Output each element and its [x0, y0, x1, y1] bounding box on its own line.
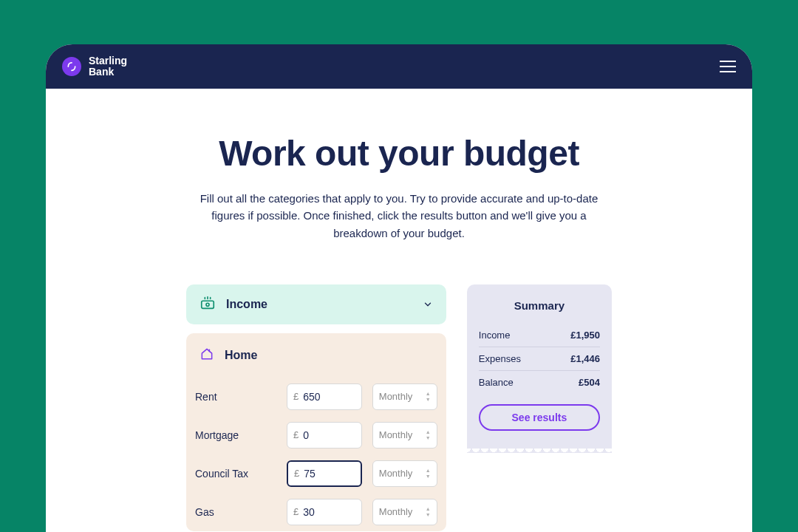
frequency-select[interactable]: Monthly▲▼	[372, 383, 437, 410]
frequency-value: Monthly	[379, 468, 413, 479]
expense-row: Council Tax£Monthly▲▼	[195, 454, 437, 493]
home-category: Home Rent£Monthly▲▼Mortgage£Monthly▲▼Cou…	[186, 333, 446, 531]
summary-expenses-value: £1,446	[570, 353, 600, 364]
summary-balance-label: Balance	[479, 377, 514, 388]
currency-symbol: £	[294, 468, 299, 479]
summary-column: Summary Income £1,950 Expenses £1,446 Ba…	[467, 284, 612, 531]
expense-label: Rent	[195, 391, 276, 403]
svg-point-1	[206, 303, 209, 306]
columns: Income	[186, 284, 612, 531]
frequency-select[interactable]: Monthly▲▼	[372, 422, 437, 449]
summary-expenses-row: Expenses £1,446	[479, 347, 600, 371]
home-icon	[200, 347, 214, 364]
frequency-value: Monthly	[379, 506, 413, 517]
updown-icon: ▲▼	[426, 391, 431, 402]
summary-title: Summary	[479, 299, 600, 312]
amount-input[interactable]	[303, 506, 355, 518]
content-area: Work out your budget Fill out all the ca…	[46, 89, 752, 531]
brand[interactable]: Starling Bank	[62, 55, 127, 77]
currency-symbol: £	[293, 506, 299, 517]
home-category-header[interactable]: Home	[195, 342, 437, 378]
page-title: Work out your budget	[186, 133, 612, 174]
income-icon	[200, 295, 216, 314]
currency-symbol: £	[293, 429, 299, 440]
see-results-button[interactable]: See results	[479, 404, 600, 431]
topbar: Starling Bank	[46, 44, 752, 89]
frequency-select[interactable]: Monthly▲▼	[372, 460, 437, 487]
amount-input-wrapper[interactable]: £	[287, 383, 362, 410]
summary-expenses-label: Expenses	[479, 353, 521, 364]
categories-column: Income	[186, 284, 446, 531]
brand-logo-icon	[62, 57, 81, 76]
income-label: Income	[226, 298, 267, 311]
summary-balance-value: £504	[579, 377, 600, 388]
summary-card: Summary Income £1,950 Expenses £1,446 Ba…	[467, 284, 612, 446]
brand-name: Starling Bank	[89, 55, 127, 77]
updown-icon: ▲▼	[426, 429, 431, 440]
hamburger-icon	[720, 61, 736, 62]
receipt-edge-decoration	[467, 446, 612, 453]
summary-income-value: £1,950	[570, 330, 600, 341]
summary-balance-row: Balance £504	[479, 371, 600, 394]
summary-income-label: Income	[479, 330, 511, 341]
expense-label: Council Tax	[195, 468, 276, 480]
amount-input-wrapper[interactable]: £	[287, 499, 362, 525]
currency-symbol: £	[293, 391, 299, 402]
expense-row: Gas£Monthly▲▼	[195, 493, 437, 531]
summary-income-row: Income £1,950	[479, 324, 600, 347]
updown-icon: ▲▼	[426, 468, 431, 479]
amount-input[interactable]	[303, 429, 355, 441]
frequency-value: Monthly	[379, 429, 413, 440]
expense-label: Mortgage	[195, 429, 276, 441]
amount-input[interactable]	[304, 468, 355, 480]
expense-row: Rent£Monthly▲▼	[195, 378, 437, 416]
frequency-value: Monthly	[379, 391, 413, 402]
updown-icon: ▲▼	[426, 506, 431, 517]
svg-rect-0	[202, 301, 214, 308]
expense-row: Mortgage£Monthly▲▼	[195, 416, 437, 454]
app-window: Starling Bank Work out your budget Fill …	[46, 44, 752, 532]
menu-button[interactable]	[720, 61, 736, 72]
expense-label: Gas	[195, 506, 276, 518]
amount-input-wrapper[interactable]: £	[287, 460, 362, 487]
frequency-select[interactable]: Monthly▲▼	[372, 499, 437, 525]
home-label: Home	[225, 349, 257, 362]
amount-input-wrapper[interactable]: £	[287, 422, 362, 449]
income-category-header[interactable]: Income	[186, 284, 446, 324]
page-subtitle: Fill out all the categories that apply t…	[186, 190, 612, 242]
amount-input[interactable]	[303, 391, 355, 403]
chevron-down-icon	[423, 299, 433, 310]
